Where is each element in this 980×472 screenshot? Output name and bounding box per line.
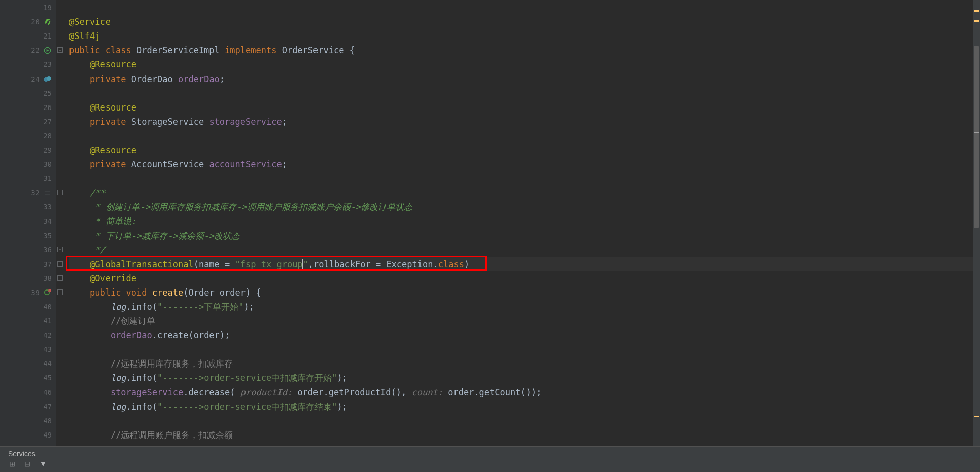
gutter-row[interactable]: 22 [0,43,56,57]
gutter-row[interactable]: 24 [0,71,56,86]
gutter-row[interactable]: 33 [0,200,56,214]
code-line[interactable]: private StorageService storageService; [69,115,980,129]
line-number[interactable]: 26 [38,103,52,112]
line-number[interactable]: 37 [38,260,52,268]
code-line[interactable] [69,342,980,356]
gutter-row[interactable]: 19 [0,1,56,15]
run-green-icon[interactable] [43,46,52,55]
gutter-row[interactable]: 29 [0,143,56,157]
fold-toggle-icon[interactable]: − [57,47,63,53]
gutter-row[interactable]: 23 [0,57,56,71]
code-line[interactable]: * 简单说: [69,214,980,228]
code-line[interactable] [69,414,980,428]
code-line[interactable]: //创建订单 [69,314,980,328]
code-line[interactable]: /** [69,186,980,200]
gutter-row[interactable]: 39 [0,285,56,300]
line-number[interactable]: 21 [38,32,52,40]
line-number[interactable]: 32 [25,189,40,197]
scrollbar-thumb[interactable] [974,46,979,228]
code-line[interactable] [69,1,980,15]
line-number[interactable]: 47 [38,403,52,411]
fold-toggle-icon[interactable]: − [57,289,63,295]
gutter-row[interactable]: 20 [0,15,56,29]
line-number[interactable]: 36 [38,246,52,254]
line-number[interactable]: 27 [38,118,52,126]
gutter-row[interactable]: 46 [0,385,56,400]
line-number[interactable]: 19 [38,4,52,12]
line-number[interactable]: 31 [38,174,52,183]
line-number[interactable]: 29 [38,146,52,154]
code-line[interactable]: storageService.decrease( productId: orde… [69,385,980,400]
code-line[interactable]: @Override [69,271,980,285]
gutter-row[interactable]: 34 [0,214,56,228]
leaf-green-icon[interactable] [43,17,52,26]
code-line[interactable]: @Service [69,15,980,29]
line-number[interactable]: 33 [38,203,52,211]
code-line[interactable]: private OrderDao orderDao; [69,71,980,86]
line-number[interactable]: 38 [38,274,52,282]
gutter-row[interactable]: 36 [0,243,56,257]
line-number[interactable]: 41 [38,317,52,325]
line-number[interactable]: 46 [38,388,52,396]
services-tool-window[interactable]: Services ⊞ ⊟ ▼ [0,446,980,472]
line-number[interactable]: 39 [25,288,40,297]
gutter-row[interactable]: 44 [0,356,56,371]
line-number[interactable]: 25 [38,89,52,97]
code-line[interactable]: //远程调用账户服务，扣减余额 [69,428,980,442]
gutter-row[interactable]: 40 [0,300,56,314]
line-number[interactable]: 23 [38,60,52,68]
code-line[interactable]: * 下订单->减库存->减余额->改状态 [69,229,980,243]
fold-toggle-icon[interactable]: − [57,261,63,267]
fold-toggle-icon[interactable]: − [57,247,63,252]
line-number[interactable]: 20 [25,18,40,26]
line-number[interactable]: 34 [38,217,52,225]
gutter-row[interactable]: 25 [0,86,56,100]
code-line[interactable]: @Resource [69,143,980,157]
gutter-row[interactable]: 48 [0,414,56,428]
gutter-row[interactable]: 38 [0,271,56,285]
code-line[interactable] [69,171,980,186]
gutter-row[interactable]: 37 [0,257,56,271]
gutter-row[interactable]: 49 [0,428,56,442]
code-line[interactable] [69,129,980,143]
code-line[interactable]: log.info("------->下单开始"); [69,300,980,314]
line-number[interactable]: 35 [38,232,52,240]
caret-stripe[interactable] [974,132,979,133]
line-number[interactable]: 22 [25,46,40,54]
fold-column[interactable]: −−−−−− [56,0,65,446]
gutter-row[interactable]: 45 [0,371,56,385]
collapse-all-icon[interactable]: ⊟ [24,460,30,468]
warning-stripe[interactable] [974,416,979,417]
line-number[interactable]: 24 [25,75,40,83]
code-area[interactable]: @Service@Slf4jpublic class OrderServiceI… [65,0,980,446]
code-line[interactable]: log.info("------->order-service中扣减库存开始")… [69,371,980,385]
gutter-row[interactable]: 43 [0,342,56,356]
code-line[interactable]: private AccountService accountService; [69,157,980,171]
code-line[interactable]: */ [69,243,980,257]
code-line[interactable]: orderDao.create(order); [69,328,980,342]
line-number[interactable]: 42 [38,331,52,339]
line-number[interactable]: 40 [38,303,52,311]
gutter-row[interactable]: 27 [0,115,56,129]
code-line[interactable]: //远程调用库存服务，扣减库存 [69,356,980,371]
line-sep-icon[interactable] [43,188,52,197]
code-line[interactable]: @Resource [69,100,980,115]
line-number[interactable]: 43 [38,345,52,353]
vertical-scrollbar[interactable] [973,0,980,446]
gutter-row[interactable]: 31 [0,171,56,186]
code-line[interactable] [69,86,980,100]
override-icon[interactable] [43,288,52,297]
line-number[interactable]: 30 [38,160,52,168]
gutter-row[interactable]: 41 [0,314,56,328]
line-number[interactable]: 49 [38,431,52,439]
code-line[interactable]: public void create(Order order) { [69,285,980,300]
code-line[interactable]: * 创建订单->调用库存服务扣减库存->调用账户服务扣减账户余额->修改订单状态 [69,200,980,214]
gutter-row[interactable]: 30 [0,157,56,171]
gutter-row[interactable]: 35 [0,229,56,243]
warning-stripe[interactable] [974,10,979,12]
expand-all-icon[interactable]: ⊞ [9,460,15,468]
filter-icon[interactable]: ▼ [40,460,47,468]
gutter-row[interactable]: 28 [0,129,56,143]
fold-toggle-icon[interactable]: − [57,190,63,195]
warning-stripe[interactable] [974,20,979,22]
